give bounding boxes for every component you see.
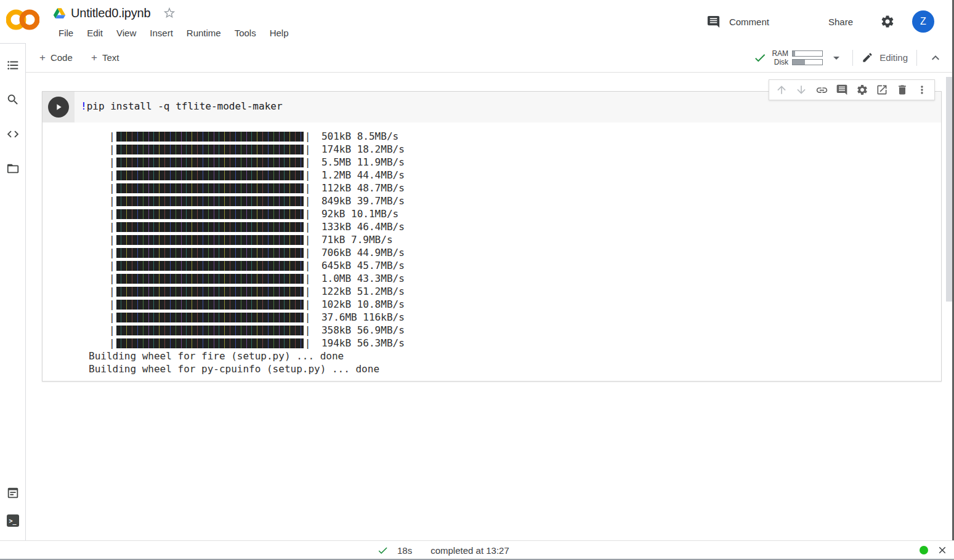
scrollbar-thumb[interactable] [946,77,952,302]
download-progress-row: | | 102kB 10.8MB/s [109,298,941,311]
editing-mode-button[interactable]: Editing [862,52,908,63]
download-size-speed: 706kB 44.9MB/s [315,247,405,258]
bar-left-pipe: | [109,182,115,194]
add-code-label: Code [51,52,73,63]
link-icon[interactable] [815,84,828,97]
search-icon[interactable] [6,93,20,106]
share-button[interactable]: Share [828,17,853,27]
add-code-button[interactable]: + Code [39,43,73,72]
bar-left-pipe: | [109,311,115,323]
divider [916,50,917,66]
download-size-speed: 849kB 39.7MB/s [315,195,405,207]
bar-left-pipe: | [109,324,115,336]
execution-duration: 18s [397,545,412,556]
gear-icon[interactable] [856,84,868,96]
menu-insert[interactable]: Insert [143,26,180,41]
move-cell-down-icon[interactable] [795,84,807,96]
disk-usage-bar [792,59,823,65]
comment-button[interactable]: Comment [706,15,769,29]
avatar[interactable]: Z [912,10,934,33]
download-size-speed: 92kB 10.1MB/s [315,208,398,220]
download-progress-row: | | 5.5MB 11.9MB/s [109,156,941,169]
star-icon[interactable] [163,6,176,20]
download-progress-bar [116,183,304,193]
trash-icon[interactable] [896,84,908,96]
folder-icon[interactable] [6,162,20,175]
menu-view[interactable]: View [110,26,143,41]
comment-label: Comment [729,17,769,27]
bar-right-pipe: | [305,221,311,233]
bar-left-pipe: | [109,260,115,271]
more-vert-icon[interactable] [916,84,928,96]
download-size-speed: 112kB 48.7MB/s [315,182,405,194]
download-progress-row: | | 174kB 18.2MB/s [109,143,941,156]
download-progress-row: | | 849kB 39.7MB/s [109,194,941,207]
bar-right-pipe: | [305,260,311,271]
download-progress-row: | | 1.0MB 43.3MB/s [109,272,941,285]
download-size-speed: 1.2MB 44.4MB/s [315,169,405,181]
download-rows: | | 501kB 8.5MB/s | | 174kB 18.2MB/s | |… [89,130,941,350]
download-progress-row: | | 194kB 56.3MB/s [109,337,941,350]
cell-gutter [42,92,75,122]
cell-toolbar [769,79,935,100]
colab-logo[interactable] [6,6,39,36]
download-progress-row: | | 71kB 7.9MB/s [109,233,941,246]
mirror-cell-icon[interactable] [876,84,888,96]
bar-left-pipe: | [109,130,115,142]
bar-right-pipe: | [305,169,311,181]
menu-help[interactable]: Help [263,26,296,41]
download-size-speed: 645kB 45.7MB/s [315,260,405,271]
bar-right-pipe: | [305,324,311,336]
bar-left-pipe: | [109,286,115,297]
output-line: Building wheel for fire (setup.py) ... d… [89,350,941,362]
bar-right-pipe: | [305,195,311,207]
menu-edit[interactable]: Edit [80,26,110,41]
bar-left-pipe: | [109,208,115,220]
download-progress-bar [116,170,304,180]
add-text-button[interactable]: + Text [91,43,119,72]
download-progress-row: | | 1.2MB 44.4MB/s [109,169,941,182]
bar-left-pipe: | [109,273,115,284]
download-progress-bar [116,196,304,206]
menu-tools[interactable]: Tools [228,26,263,41]
collapse-header-icon[interactable] [928,50,943,65]
comment-icon[interactable] [836,84,848,96]
disk-label: Disk [772,58,788,66]
download-size-speed: 102kB 10.8MB/s [315,298,405,310]
table-of-contents-icon[interactable] [6,58,20,72]
terminal-icon[interactable]: >_ [7,514,19,527]
menu-file[interactable]: File [52,26,80,41]
download-progress-bar [116,261,304,271]
download-progress-bar [116,274,304,284]
bar-right-pipe: | [305,337,311,349]
download-progress-bar [116,313,304,322]
bar-right-pipe: | [305,273,311,284]
add-text-label: Text [102,52,119,63]
close-icon[interactable] [937,545,948,556]
code-text: pip install -q tflite-model-maker [87,100,283,112]
settings-gear-icon[interactable] [880,14,895,29]
build-lines: Building wheel for fire (setup.py) ... d… [89,350,941,375]
cell-output: | | 501kB 8.5MB/s | | 174kB 18.2MB/s | |… [42,122,941,375]
plus-icon: + [39,52,46,64]
comment-icon [706,15,721,29]
notebook-title[interactable]: Untitled0.ipynb [71,6,150,20]
menu-runtime[interactable]: Runtime [180,26,228,41]
bar-left-pipe: | [109,337,115,349]
run-cell-button[interactable] [48,97,69,118]
move-cell-up-icon[interactable] [775,84,788,96]
code-icon[interactable] [6,127,20,141]
plus-icon: + [91,52,97,64]
download-progress-bar [116,145,304,154]
code-snippets-icon[interactable] [6,486,20,500]
resource-usage-bars[interactable] [792,50,823,65]
bar-left-pipe: | [109,298,115,310]
download-progress-row: | | 133kB 46.4MB/s [109,220,941,233]
resources-dropdown-icon[interactable] [829,50,844,65]
resource-labels: RAM Disk [772,49,788,66]
bar-right-pipe: | [305,286,311,297]
success-check-icon [377,545,389,556]
download-size-speed: 133kB 46.4MB/s [315,221,405,233]
download-progress-row: | | 501kB 8.5MB/s [109,130,941,143]
download-progress-bar [116,132,304,142]
